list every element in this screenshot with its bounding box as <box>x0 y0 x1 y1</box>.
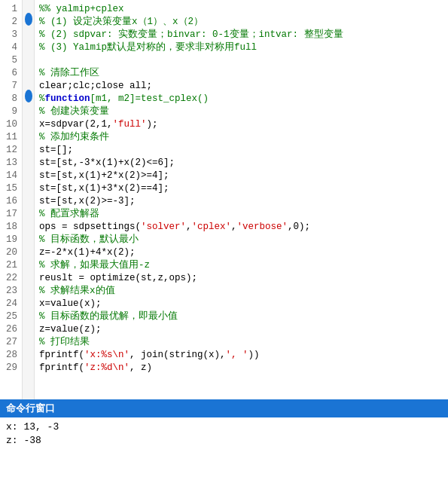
code-segment: , z) <box>130 362 152 375</box>
code-line: % 打印结果 <box>39 336 445 349</box>
code-line: % 清除工作区 <box>39 67 445 80</box>
breakpoint-cell[interactable] <box>23 307 34 320</box>
code-segment: % 清除工作区 <box>39 67 99 80</box>
breakpoint-cell[interactable] <box>23 51 34 64</box>
line-number: 18 <box>3 221 17 234</box>
line-number: 25 <box>3 310 17 323</box>
code-line: % 求解，如果最大值用-z <box>39 259 445 272</box>
code-segment: % 求解，如果最大值用-z <box>39 259 150 272</box>
breakpoint-cell[interactable] <box>23 77 34 90</box>
code-segment: 'z:%d\n' <box>84 362 130 375</box>
breakpoint-cell[interactable] <box>23 295 34 307</box>
code-segment: % 创建决策变量 <box>39 105 109 118</box>
code-line: z=-2*x(1)+4*x(2); <box>39 246 445 259</box>
code-line: % (3) Yalmip默认是对称的，要求非对称用full <box>39 41 445 54</box>
breakpoint-cell[interactable] <box>23 205 34 218</box>
code-line: % 目标函数，默认最小 <box>39 234 445 246</box>
breakpoint-cell[interactable] <box>23 115 34 128</box>
breakpoint-cell[interactable] <box>23 192 34 205</box>
code-segment: % (3) Yalmip默认是对称的，要求非对称用full <box>39 41 257 54</box>
code-segment: ); <box>147 118 158 131</box>
code-line: st=[st,x(2)>=-3]; <box>39 195 445 208</box>
code-segment: , <box>186 221 192 234</box>
code-segment: % 添加约束条件 <box>39 131 109 144</box>
code-line: % (2) sdpvar: 实数变量；binvar: 0-1变量；intvar:… <box>39 29 445 41</box>
code-content[interactable]: %% yalmip+cplex% (1) 设定决策变量x（1）、x（2）% (2… <box>35 0 448 399</box>
line-number: 19 <box>3 234 17 246</box>
line-number: 6 <box>3 67 17 80</box>
breakpoint-cell[interactable] <box>23 154 34 167</box>
breakpoint-dot <box>25 90 32 102</box>
code-line: st=[st,x(1)+3*x(2)==4]; <box>39 182 445 195</box>
code-segment: , <box>231 221 237 234</box>
line-number: 12 <box>3 144 17 157</box>
code-line: z=value(z); <box>39 323 445 336</box>
code-line: %% yalmip+cplex <box>39 3 445 16</box>
code-segment: %% yalmip+cplex <box>39 3 124 16</box>
breakpoint-cell[interactable] <box>23 359 34 372</box>
line-number: 7 <box>3 80 17 93</box>
breakpoint-cell[interactable] <box>23 231 34 243</box>
code-segment: % 目标函数，默认最小 <box>39 234 139 246</box>
code-segment: st=[]; <box>39 144 73 157</box>
breakpoint-cell[interactable] <box>23 167 34 179</box>
breakpoint-cell[interactable] <box>23 64 34 77</box>
code-segment: )) <box>248 349 260 362</box>
line-number: 22 <box>3 272 17 285</box>
breakpoint-cell[interactable] <box>23 282 34 295</box>
breakpoint-cell[interactable] <box>23 13 34 26</box>
line-number: 4 <box>3 41 17 54</box>
breakpoint-cell[interactable] <box>23 102 34 115</box>
code-line: x=sdpvar(2,1,'full'); <box>39 118 445 131</box>
line-number: 8 <box>3 93 17 105</box>
line-number: 11 <box>3 131 17 144</box>
line-number: 23 <box>3 285 17 298</box>
cmd-body[interactable]: x: 13, -3z: -38 <box>0 417 448 477</box>
breakpoint-cell[interactable] <box>23 38 34 51</box>
breakpoint-cell[interactable] <box>23 243 34 256</box>
editor-area: 1234567891011121314151617181920212223242… <box>0 0 448 399</box>
line-number: 21 <box>3 259 17 272</box>
breakpoint-cell[interactable] <box>23 256 34 269</box>
breakpoint-cell[interactable] <box>23 179 34 192</box>
code-line: st=[]; <box>39 144 445 157</box>
line-numbers-col: 1234567891011121314151617181920212223242… <box>0 0 23 399</box>
line-number: 1 <box>3 3 17 16</box>
code-segment: x=sdpvar(2,1, <box>39 118 113 131</box>
code-segment: ,0); <box>288 221 310 234</box>
code-segment: % 目标函数的最优解，即最小值 <box>39 310 178 323</box>
code-line: % 添加约束条件 <box>39 131 445 144</box>
line-number: 3 <box>3 29 17 41</box>
breakpoint-cell[interactable] <box>23 90 34 102</box>
breakpoint-cell[interactable] <box>23 141 34 154</box>
code-line: % 配置求解器 <box>39 208 445 221</box>
line-number: 15 <box>3 182 17 195</box>
breakpoint-cell[interactable] <box>23 269 34 282</box>
code-line: fprintf('z:%d\n', z) <box>39 362 445 375</box>
line-number: 17 <box>3 208 17 221</box>
breakpoint-col <box>23 0 35 399</box>
code-segment: reuslt = optimize(st,z,ops); <box>39 272 197 285</box>
breakpoint-cell[interactable] <box>23 333 34 346</box>
line-number: 5 <box>3 54 17 67</box>
breakpoint-cell[interactable] <box>23 0 34 13</box>
code-segment: ', ' <box>226 349 248 362</box>
code-segment: st=[st,-3*x(1)+x(2)<=6]; <box>39 157 175 170</box>
breakpoint-cell[interactable] <box>23 346 34 359</box>
code-line: clear;clc;close all; <box>39 80 445 93</box>
line-number: 16 <box>3 195 17 208</box>
code-segment: % (1) 设定决策变量x（1）、x（2） <box>39 16 203 29</box>
cmd-output-line: z: -38 <box>6 434 442 448</box>
line-number: 24 <box>3 298 17 310</box>
line-number: 29 <box>3 362 17 375</box>
code-line: fprintf('x:%s\n', join(string(x),', ')) <box>39 349 445 362</box>
breakpoint-cell[interactable] <box>23 320 34 333</box>
code-line: % 求解结果x的值 <box>39 285 445 298</box>
code-segment: [m1, m2]=test_cplex() <box>90 93 209 105</box>
breakpoint-cell[interactable] <box>23 26 34 38</box>
breakpoint-cell[interactable] <box>23 128 34 141</box>
cmd-window: 命令行窗口 x: 13, -3z: -38 fx >> CSDN @WaiSaa <box>0 399 448 477</box>
breakpoint-cell[interactable] <box>23 218 34 231</box>
code-line: reuslt = optimize(st,z,ops); <box>39 272 445 285</box>
code-segment: clear;clc;close all; <box>39 80 152 93</box>
